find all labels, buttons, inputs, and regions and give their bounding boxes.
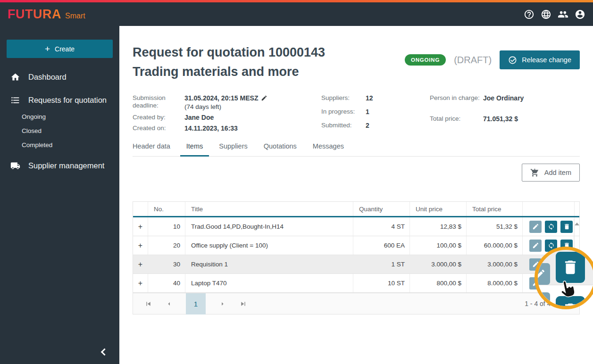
column-header-actions — [523, 202, 575, 216]
sidebar-subitem-label: Closed — [22, 127, 42, 134]
sidebar-collapse-button[interactable] — [97, 345, 110, 358]
cell-unit-price: 12,83 $ — [410, 217, 467, 236]
sidebar-subitem-ongoing[interactable]: Ongoing — [0, 109, 119, 124]
scroll-up-icon[interactable] — [575, 223, 579, 225]
edit-deadline-icon[interactable] — [261, 95, 267, 101]
status-badge: ONGOING — [405, 54, 446, 66]
cell-no: 40 — [148, 274, 185, 292]
page-title: Request for quotation 10000143 Trading m… — [133, 43, 325, 82]
cell-no: 30 — [148, 255, 185, 273]
highlight-circle — [535, 247, 593, 309]
meta-label: In progress: — [321, 108, 366, 116]
create-button[interactable]: + Create — [7, 40, 113, 58]
topbar: FUTURA Smart — [0, 2, 593, 26]
cell-no: 10 — [148, 217, 185, 236]
expand-row-button[interactable]: + — [133, 236, 148, 255]
page-title-line2: Trading materials and more — [133, 62, 325, 82]
cell-quantity: 10 ST — [353, 274, 410, 292]
current-page-button[interactable]: 1 — [186, 293, 206, 314]
table-row: + 20 Office supply (Client = 100) 600 EA… — [133, 236, 579, 255]
cell-title: Trad.Good 14,PD,Bought-In,H14 — [185, 217, 353, 236]
check-circle-icon — [508, 56, 517, 65]
list-icon — [10, 95, 20, 105]
column-header-unit-price: Unit price — [410, 202, 467, 216]
app-window: FUTURA Smart + Create Dashboard Requests… — [0, 0, 593, 364]
main-content: Request for quotation 10000143 Trading m… — [119, 26, 593, 364]
users-icon[interactable] — [558, 9, 568, 20]
release-change-button[interactable]: Release change — [500, 50, 580, 69]
cell-total-price: 3.000,00 $ — [467, 255, 523, 273]
sidebar: + Create Dashboard Requests for quotatio… — [0, 26, 119, 364]
release-change-label: Release change — [522, 56, 571, 64]
add-item-button[interactable]: Add item — [522, 164, 580, 182]
cell-quantity: 1 ST — [353, 255, 410, 273]
pagination-bar: 1 1 - 4 of 4 records — [133, 293, 579, 314]
meta-label: Created by: — [133, 114, 184, 121]
meta-group-left: Submission deadline: 31.05.2024, 20:15 M… — [133, 94, 302, 132]
meta-group-right: Person in charge: Joe Ordinary Total pri… — [430, 94, 580, 132]
tab-items[interactable]: Items — [186, 142, 203, 156]
cell-title: Office supply (Client = 100) — [185, 236, 353, 255]
prev-page-button[interactable] — [165, 300, 173, 308]
refresh-item-button[interactable] — [545, 221, 557, 233]
help-icon[interactable] — [524, 9, 535, 20]
add-item-label: Add item — [544, 169, 571, 176]
cell-unit-price: 100,00 $ — [410, 236, 467, 255]
page-header: Request for quotation 10000143 Trading m… — [133, 43, 580, 82]
sidebar-item-dashboard[interactable]: Dashboard — [0, 67, 119, 86]
edit-item-button[interactable] — [529, 221, 542, 233]
first-page-button[interactable] — [144, 300, 152, 308]
column-header-total-price: Total price — [467, 202, 523, 216]
sidebar-subitem-label: Ongoing — [22, 113, 46, 120]
last-page-button[interactable] — [239, 300, 247, 308]
meta-label: Created on: — [133, 124, 184, 132]
cell-no: 20 — [148, 236, 185, 255]
meta-group-middle: Suppliers: 12 In progress: 1 Submitted: … — [321, 94, 384, 132]
table-row-highlighted: + 30 Requisition 1 1 ST 3.000,00 $ 3.000… — [133, 255, 579, 274]
table-row: + 40 Laptop T470 10 ST 800,00 $ 8.000,00… — [133, 274, 579, 293]
first-page-icon — [144, 300, 152, 308]
expand-row-button[interactable]: + — [133, 255, 148, 273]
brand-logo: FUTURA — [8, 7, 61, 22]
trash-icon — [561, 258, 579, 276]
meta-label: Total price: — [430, 115, 483, 123]
edit-item-button[interactable] — [529, 240, 542, 252]
submission-deadline-value: 31.05.2024, 20:15 MESZ — [184, 94, 258, 102]
cell-total-price: 8.000,00 $ — [467, 274, 523, 292]
sync-icon — [548, 242, 555, 249]
account-icon[interactable] — [575, 9, 585, 20]
tab-header-data[interactable]: Header data — [133, 142, 170, 156]
sidebar-item-label: Dashboard — [28, 73, 67, 82]
tab-suppliers[interactable]: Suppliers — [219, 142, 247, 156]
cell-quantity: 600 EA — [353, 236, 410, 255]
prev-page-icon — [165, 300, 173, 308]
sidebar-item-supplier-management[interactable]: Supplier management — [0, 156, 119, 175]
pencil-icon — [532, 242, 539, 249]
submitted-count: 2 — [366, 122, 384, 129]
delete-item-button[interactable] — [560, 221, 573, 233]
column-header-scroll — [575, 202, 580, 216]
cell-unit-price: 800,00 $ — [410, 274, 467, 292]
next-page-button[interactable] — [218, 300, 226, 308]
sidebar-subitem-closed[interactable]: Closed — [0, 124, 119, 138]
meta-label: Submission deadline: — [133, 94, 184, 109]
pencil-icon — [532, 223, 539, 230]
globe-icon[interactable] — [541, 9, 551, 20]
status-group: ONGOING (DRAFT) Release change — [405, 43, 580, 69]
meta-section: Submission deadline: 31.05.2024, 20:15 M… — [133, 94, 580, 132]
items-toolbar: Add item — [133, 164, 580, 182]
sidebar-item-requests-for-quotation[interactable]: Requests for quotation — [0, 91, 119, 109]
topbar-icons — [524, 9, 585, 20]
expand-row-button[interactable]: + — [133, 217, 148, 236]
draft-label: (DRAFT) — [454, 55, 492, 66]
total-price-value: 71.051,32 $ — [483, 115, 580, 123]
expand-row-button[interactable]: + — [133, 274, 148, 292]
meta-label: Submitted: — [321, 122, 366, 129]
tab-quotations[interactable]: Quotations — [264, 142, 297, 156]
brand-gradient-strip — [0, 0, 593, 2]
sidebar-subitem-completed[interactable]: Completed — [0, 138, 119, 152]
column-header-quantity: Quantity — [353, 202, 410, 216]
truck-icon — [10, 161, 20, 171]
tab-messages[interactable]: Messages — [313, 142, 344, 156]
table-row: + 10 Trad.Good 14,PD,Bought-In,H14 4 ST … — [133, 217, 579, 236]
